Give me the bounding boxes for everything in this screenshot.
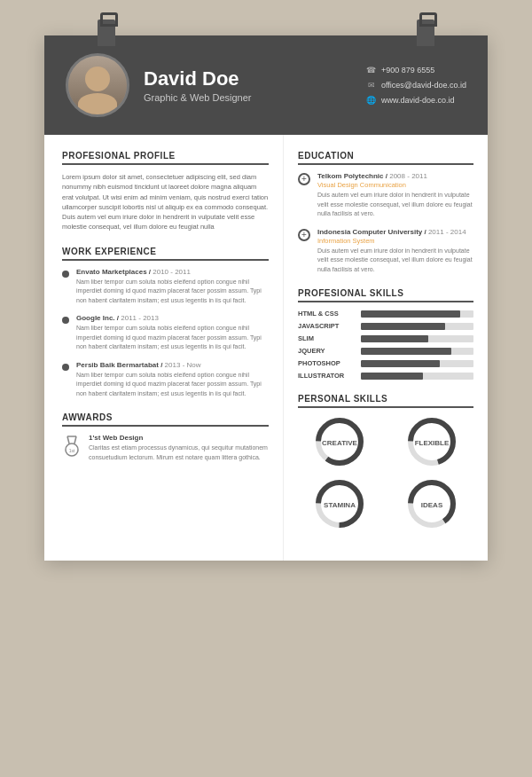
skill-bar-fill [361,360,440,367]
skill-bar-bg [361,335,473,342]
skill-bar-fill [361,310,460,318]
award-item: 1st 1'st Web Design Claritas est etiam p… [62,434,269,462]
education-items: + Telkom Polytechnic / 2008 - 2011 Visua… [298,172,473,274]
personal-skill-item: IDEAS [390,477,473,530]
personal-skills-section-title: PERSONAL SKILLS [298,394,473,408]
resume: David Doe Graphic & Web Designer ☎ +900 … [44,35,488,561]
personal-skills-section: PERSONAL SKILLS CREATIVE FLEXIBLE STAMIN… [298,394,473,530]
donut-chart: CREATIVE [313,415,366,468]
phone-number: +900 879 6555 [381,66,434,75]
edu-desc: Duis autem vel eum iriure dolor in hendr… [317,191,473,219]
education-section: EDUCATION + Telkom Polytechnic / 2008 - … [298,151,473,274]
edu-major: Visual Design Communication [317,181,473,189]
resume-body: PROFESIONAL PROFILE Lorem ipsum dolor si… [44,135,488,561]
header-contact: ☎ +900 879 6555 ✉ offices@david-doe.co.i… [366,65,466,106]
work-item: Envato Marketplaces / 2010 - 2011 Nam li… [62,268,269,306]
personal-skill-item: FLEXIBLE [390,415,473,468]
work-period: 2011 - 2013 [121,314,159,322]
donut-chart: IDEAS [405,477,458,530]
skill-item: JQUERY [298,347,473,355]
skill-bar-bg [361,373,473,380]
person-title: Graphic & Web Designer [144,92,352,103]
work-bullet [62,271,69,278]
header-name-block: David Doe Graphic & Web Designer [144,67,352,103]
education-item: + Telkom Polytechnic / 2008 - 2011 Visua… [298,172,473,219]
prof-skills-section-title: PROFESIONAL SKILLS [298,288,473,302]
avatar-image [68,56,127,114]
personal-skill-item: STAMINA [298,477,381,530]
skill-label: SLIM [298,334,356,342]
edu-period: 2008 - 2011 [389,172,427,180]
work-period: 2013 - Now [165,361,201,369]
edu-desc: Duis autem vel eum iriure dolor in hendr… [317,247,473,275]
skill-label: ILLUSTRATOR [298,372,356,380]
personal-skills-grid: CREATIVE FLEXIBLE STAMINA IDEAS [298,415,473,530]
phone-icon: ☎ [366,65,377,75]
work-desc: Nam liber tempor cum soluta nobis eleife… [76,371,269,399]
avatar [66,53,129,117]
edu-school: Telkom Polytechnic / 2008 - 2011 [317,172,473,180]
work-desc: Nam liber tempor cum soluta nobis eleife… [76,278,269,306]
contact-email: ✉ offices@david-doe.co.id [366,80,466,90]
work-bullet [62,317,69,324]
donut-label: FLEXIBLE [415,439,450,447]
edu-period: 2011 - 2014 [428,228,466,236]
personal-skill-item: CREATIVE [298,415,381,468]
work-bullet [62,364,69,371]
skill-bar-fill [361,373,423,380]
profile-section: PROFESIONAL PROFILE Lorem ipsum dolor si… [62,151,269,232]
work-period: 2010 - 2011 [153,268,191,276]
svg-text:1st: 1st [69,448,75,453]
donut-label: IDEAS [421,501,443,509]
award-title: 1'st Web Design [89,434,269,442]
education-item: + Indonesia Computer University / 2011 -… [298,228,473,275]
email-address: offices@david-doe.co.id [381,81,466,90]
right-column: EDUCATION + Telkom Polytechnic / 2008 - … [284,135,488,561]
svg-line-2 [74,436,76,443]
website-icon: 🌐 [366,95,377,106]
binder-clip-left [98,20,115,46]
work-content: Envato Marketplaces / 2010 - 2011 Nam li… [76,268,269,306]
skill-item: JAVASCRIPT [298,322,473,330]
contact-website: 🌐 www.david-doe.co.id [366,95,466,106]
person-name: David Doe [144,67,352,90]
website-url: www.david-doe.co.id [381,96,455,105]
resume-header: David Doe Graphic & Web Designer ☎ +900 … [44,35,488,135]
skill-label: JAVASCRIPT [298,322,356,330]
svg-line-1 [67,436,69,443]
profile-section-title: PROFESIONAL PROFILE [62,151,269,165]
skill-label: JQUERY [298,347,356,355]
donut-label: CREATIVE [322,439,358,447]
award-icon: 1st [62,434,82,459]
work-title: Google Inc. / 2011 - 2013 [76,314,269,322]
donut-label: STAMINA [324,501,356,509]
skills-items: HTML & CSS JAVASCRIPT SLIM JQUERY PHOTOS… [298,310,473,380]
award-desc: Claritas est etiam processus dynamicus, … [89,443,269,462]
work-title: Persib Baik Bermartabat / 2013 - Now [76,361,269,369]
award-content: 1'st Web Design Claritas est etiam proce… [89,434,269,462]
left-column: PROFESIONAL PROFILE Lorem ipsum dolor si… [44,135,284,561]
skill-bar-fill [361,335,428,342]
skill-item: PHOTOSHOP [298,359,473,367]
donut-chart: STAMINA [313,477,366,530]
skill-bar-bg [361,323,473,330]
page-wrapper: David Doe Graphic & Web Designer ☎ +900 … [44,35,488,561]
skill-label: PHOTOSHOP [298,359,356,367]
work-desc: Nam liber tempor cum soluta nobis eleife… [76,324,269,352]
work-item: Google Inc. / 2011 - 2013 Nam liber temp… [62,314,269,352]
medal-svg: 1st [63,435,81,458]
work-section-title: WORK EXPERIENCE [62,247,269,261]
skill-bar-fill [361,323,445,330]
donut-chart: FLEXIBLE [405,415,458,468]
awards-items: 1st 1'st Web Design Claritas est etiam p… [62,434,269,462]
skill-label: HTML & CSS [298,310,356,318]
edu-school: Indonesia Computer University / 2011 - 2… [317,228,473,236]
awards-section-title: AWWARDS [62,412,269,427]
awards-section: AWWARDS 1st 1'st Web Design Claritas est… [62,412,269,462]
work-title: Envato Marketplaces / 2010 - 2011 [76,268,269,276]
work-item: Persib Baik Bermartabat / 2013 - Now Nam… [62,361,269,399]
skill-bar-bg [361,310,473,318]
work-content: Google Inc. / 2011 - 2013 Nam liber temp… [76,314,269,352]
skill-item: ILLUSTRATOR [298,372,473,380]
work-items: Envato Marketplaces / 2010 - 2011 Nam li… [62,268,269,399]
